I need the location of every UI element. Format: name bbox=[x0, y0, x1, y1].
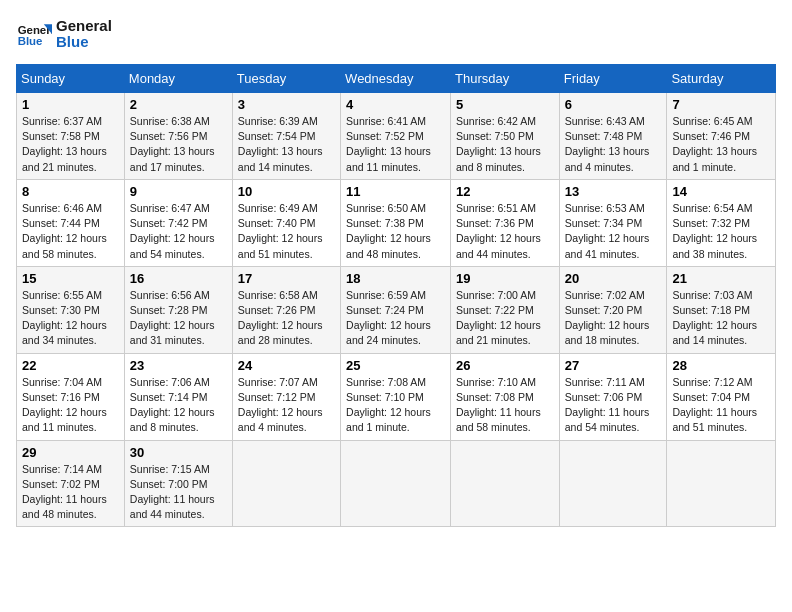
day-info: Sunrise: 6:53 AMSunset: 7:34 PMDaylight:… bbox=[565, 202, 650, 260]
table-row: 6 Sunrise: 6:43 AMSunset: 7:48 PMDayligh… bbox=[559, 93, 667, 180]
day-info: Sunrise: 6:45 AMSunset: 7:46 PMDaylight:… bbox=[672, 115, 757, 173]
table-row: 25 Sunrise: 7:08 AMSunset: 7:10 PMDaylig… bbox=[341, 353, 451, 440]
day-info: Sunrise: 6:58 AMSunset: 7:26 PMDaylight:… bbox=[238, 289, 323, 347]
col-header-wednesday: Wednesday bbox=[341, 65, 451, 93]
day-number: 8 bbox=[22, 184, 119, 199]
table-row: 29 Sunrise: 7:14 AMSunset: 7:02 PMDaylig… bbox=[17, 440, 125, 527]
table-row: 13 Sunrise: 6:53 AMSunset: 7:34 PMDaylig… bbox=[559, 179, 667, 266]
day-number: 4 bbox=[346, 97, 445, 112]
day-info: Sunrise: 6:51 AMSunset: 7:36 PMDaylight:… bbox=[456, 202, 541, 260]
day-number: 3 bbox=[238, 97, 335, 112]
col-header-sunday: Sunday bbox=[17, 65, 125, 93]
day-number: 19 bbox=[456, 271, 554, 286]
table-row: 18 Sunrise: 6:59 AMSunset: 7:24 PMDaylig… bbox=[341, 266, 451, 353]
day-info: Sunrise: 7:00 AMSunset: 7:22 PMDaylight:… bbox=[456, 289, 541, 347]
day-info: Sunrise: 6:43 AMSunset: 7:48 PMDaylight:… bbox=[565, 115, 650, 173]
day-number: 18 bbox=[346, 271, 445, 286]
table-row: 7 Sunrise: 6:45 AMSunset: 7:46 PMDayligh… bbox=[667, 93, 776, 180]
table-row: 10 Sunrise: 6:49 AMSunset: 7:40 PMDaylig… bbox=[232, 179, 340, 266]
table-row: 21 Sunrise: 7:03 AMSunset: 7:18 PMDaylig… bbox=[667, 266, 776, 353]
day-number: 21 bbox=[672, 271, 770, 286]
day-number: 24 bbox=[238, 358, 335, 373]
day-info: Sunrise: 6:39 AMSunset: 7:54 PMDaylight:… bbox=[238, 115, 323, 173]
day-info: Sunrise: 6:47 AMSunset: 7:42 PMDaylight:… bbox=[130, 202, 215, 260]
day-number: 2 bbox=[130, 97, 227, 112]
table-row: 19 Sunrise: 7:00 AMSunset: 7:22 PMDaylig… bbox=[451, 266, 560, 353]
table-row: 1 Sunrise: 6:37 AMSunset: 7:58 PMDayligh… bbox=[17, 93, 125, 180]
day-number: 1 bbox=[22, 97, 119, 112]
table-row: 9 Sunrise: 6:47 AMSunset: 7:42 PMDayligh… bbox=[124, 179, 232, 266]
logo-icon: General Blue bbox=[16, 16, 52, 52]
table-row: 16 Sunrise: 6:56 AMSunset: 7:28 PMDaylig… bbox=[124, 266, 232, 353]
table-row bbox=[559, 440, 667, 527]
day-info: Sunrise: 7:11 AMSunset: 7:06 PMDaylight:… bbox=[565, 376, 650, 434]
table-row: 17 Sunrise: 6:58 AMSunset: 7:26 PMDaylig… bbox=[232, 266, 340, 353]
day-number: 26 bbox=[456, 358, 554, 373]
table-row bbox=[341, 440, 451, 527]
day-number: 5 bbox=[456, 97, 554, 112]
calendar-table: SundayMondayTuesdayWednesdayThursdayFrid… bbox=[16, 64, 776, 527]
logo: General Blue General Blue bbox=[16, 16, 112, 52]
table-row: 2 Sunrise: 6:38 AMSunset: 7:56 PMDayligh… bbox=[124, 93, 232, 180]
day-number: 7 bbox=[672, 97, 770, 112]
day-info: Sunrise: 6:59 AMSunset: 7:24 PMDaylight:… bbox=[346, 289, 431, 347]
table-row: 5 Sunrise: 6:42 AMSunset: 7:50 PMDayligh… bbox=[451, 93, 560, 180]
col-header-saturday: Saturday bbox=[667, 65, 776, 93]
col-header-monday: Monday bbox=[124, 65, 232, 93]
day-info: Sunrise: 7:02 AMSunset: 7:20 PMDaylight:… bbox=[565, 289, 650, 347]
day-number: 6 bbox=[565, 97, 662, 112]
table-row: 3 Sunrise: 6:39 AMSunset: 7:54 PMDayligh… bbox=[232, 93, 340, 180]
table-row: 27 Sunrise: 7:11 AMSunset: 7:06 PMDaylig… bbox=[559, 353, 667, 440]
table-row: 15 Sunrise: 6:55 AMSunset: 7:30 PMDaylig… bbox=[17, 266, 125, 353]
day-number: 15 bbox=[22, 271, 119, 286]
day-number: 10 bbox=[238, 184, 335, 199]
table-row: 30 Sunrise: 7:15 AMSunset: 7:00 PMDaylig… bbox=[124, 440, 232, 527]
day-number: 13 bbox=[565, 184, 662, 199]
table-row: 22 Sunrise: 7:04 AMSunset: 7:16 PMDaylig… bbox=[17, 353, 125, 440]
day-number: 23 bbox=[130, 358, 227, 373]
day-info: Sunrise: 7:03 AMSunset: 7:18 PMDaylight:… bbox=[672, 289, 757, 347]
table-row: 24 Sunrise: 7:07 AMSunset: 7:12 PMDaylig… bbox=[232, 353, 340, 440]
day-info: Sunrise: 7:07 AMSunset: 7:12 PMDaylight:… bbox=[238, 376, 323, 434]
table-row: 20 Sunrise: 7:02 AMSunset: 7:20 PMDaylig… bbox=[559, 266, 667, 353]
day-info: Sunrise: 7:04 AMSunset: 7:16 PMDaylight:… bbox=[22, 376, 107, 434]
day-number: 27 bbox=[565, 358, 662, 373]
col-header-friday: Friday bbox=[559, 65, 667, 93]
day-info: Sunrise: 6:56 AMSunset: 7:28 PMDaylight:… bbox=[130, 289, 215, 347]
day-info: Sunrise: 7:12 AMSunset: 7:04 PMDaylight:… bbox=[672, 376, 757, 434]
day-number: 20 bbox=[565, 271, 662, 286]
day-number: 12 bbox=[456, 184, 554, 199]
table-row: 8 Sunrise: 6:46 AMSunset: 7:44 PMDayligh… bbox=[17, 179, 125, 266]
day-number: 25 bbox=[346, 358, 445, 373]
day-number: 28 bbox=[672, 358, 770, 373]
day-number: 16 bbox=[130, 271, 227, 286]
day-number: 30 bbox=[130, 445, 227, 460]
day-info: Sunrise: 6:38 AMSunset: 7:56 PMDaylight:… bbox=[130, 115, 215, 173]
day-info: Sunrise: 7:06 AMSunset: 7:14 PMDaylight:… bbox=[130, 376, 215, 434]
table-row: 11 Sunrise: 6:50 AMSunset: 7:38 PMDaylig… bbox=[341, 179, 451, 266]
svg-text:Blue: Blue bbox=[18, 35, 43, 47]
day-info: Sunrise: 6:49 AMSunset: 7:40 PMDaylight:… bbox=[238, 202, 323, 260]
day-number: 9 bbox=[130, 184, 227, 199]
day-number: 22 bbox=[22, 358, 119, 373]
day-number: 17 bbox=[238, 271, 335, 286]
day-info: Sunrise: 6:42 AMSunset: 7:50 PMDaylight:… bbox=[456, 115, 541, 173]
table-row: 12 Sunrise: 6:51 AMSunset: 7:36 PMDaylig… bbox=[451, 179, 560, 266]
day-info: Sunrise: 6:55 AMSunset: 7:30 PMDaylight:… bbox=[22, 289, 107, 347]
table-row: 14 Sunrise: 6:54 AMSunset: 7:32 PMDaylig… bbox=[667, 179, 776, 266]
table-row: 28 Sunrise: 7:12 AMSunset: 7:04 PMDaylig… bbox=[667, 353, 776, 440]
table-row: 23 Sunrise: 7:06 AMSunset: 7:14 PMDaylig… bbox=[124, 353, 232, 440]
day-info: Sunrise: 6:50 AMSunset: 7:38 PMDaylight:… bbox=[346, 202, 431, 260]
day-info: Sunrise: 7:14 AMSunset: 7:02 PMDaylight:… bbox=[22, 463, 107, 521]
table-row bbox=[667, 440, 776, 527]
day-info: Sunrise: 6:37 AMSunset: 7:58 PMDaylight:… bbox=[22, 115, 107, 173]
col-header-thursday: Thursday bbox=[451, 65, 560, 93]
table-row: 26 Sunrise: 7:10 AMSunset: 7:08 PMDaylig… bbox=[451, 353, 560, 440]
day-info: Sunrise: 6:46 AMSunset: 7:44 PMDaylight:… bbox=[22, 202, 107, 260]
logo-blue: Blue bbox=[56, 33, 89, 50]
table-row bbox=[451, 440, 560, 527]
day-number: 29 bbox=[22, 445, 119, 460]
table-row: 4 Sunrise: 6:41 AMSunset: 7:52 PMDayligh… bbox=[341, 93, 451, 180]
table-row bbox=[232, 440, 340, 527]
day-number: 11 bbox=[346, 184, 445, 199]
